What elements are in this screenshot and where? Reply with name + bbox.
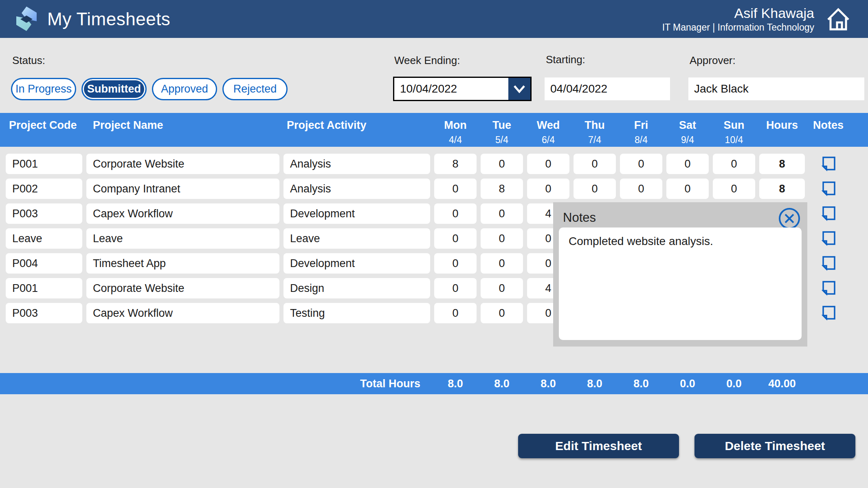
cell-day-hours: 0 bbox=[434, 203, 477, 224]
totals-bar: Total Hours 8.08.08.08.08.00.00.0 40.00 bbox=[0, 373, 868, 394]
cell-day-hours: 0 bbox=[434, 303, 477, 323]
cell-day-hours: 0 bbox=[574, 179, 616, 199]
cell-day-hours: 0 bbox=[434, 179, 477, 199]
cell-project-name: Corporate Website bbox=[86, 154, 279, 174]
cell-day-hours: 0 bbox=[434, 228, 477, 249]
total-day-value: 8.0 bbox=[574, 378, 616, 390]
cell-day-hours: 0 bbox=[574, 154, 616, 174]
home-icon bbox=[825, 28, 852, 34]
cell-total-hours: 8 bbox=[759, 154, 805, 174]
total-day-value: 0.0 bbox=[666, 378, 709, 390]
note-icon bbox=[820, 230, 837, 248]
week-ending-value: 10/04/2022 bbox=[394, 78, 508, 100]
row-notes-button[interactable] bbox=[809, 253, 848, 274]
cell-day-hours: 8 bbox=[434, 154, 477, 174]
column-header-project-name: Project Name bbox=[86, 113, 279, 132]
note-icon bbox=[820, 155, 837, 173]
chevron-down-icon bbox=[508, 78, 530, 100]
note-icon bbox=[820, 180, 837, 198]
day-date: 10/4 bbox=[725, 133, 743, 146]
row-notes-button[interactable] bbox=[809, 228, 848, 249]
user-name: Asif Khawaja bbox=[734, 5, 814, 21]
note-icon bbox=[820, 279, 837, 298]
day-name: Fri bbox=[634, 119, 648, 132]
row-notes-button[interactable] bbox=[809, 278, 848, 298]
column-header-wed: Wed6/4 bbox=[527, 113, 569, 146]
notes-popup-content[interactable]: Completed website analysis. bbox=[559, 227, 802, 340]
cell-project-code: P004 bbox=[6, 253, 82, 274]
cell-day-hours: 0 bbox=[713, 154, 755, 174]
page-title: My Timesheets bbox=[47, 9, 170, 29]
cell-project-code: P001 bbox=[6, 154, 82, 174]
cell-day-hours: 0 bbox=[620, 154, 662, 174]
total-day-value: 8.0 bbox=[481, 378, 523, 390]
row-notes-button[interactable] bbox=[809, 179, 848, 199]
column-header-sun: Sun10/4 bbox=[713, 113, 755, 146]
cell-project-code: P001 bbox=[6, 278, 82, 298]
cell-project-activity: Development bbox=[283, 203, 430, 224]
day-date: 5/4 bbox=[495, 133, 508, 146]
total-hours-label: Total Hours bbox=[283, 378, 430, 390]
table-row: P002Company IntranetAnalysis08000008 bbox=[0, 179, 868, 199]
cell-day-hours: 0 bbox=[527, 179, 569, 199]
starting-label: Starting: bbox=[546, 53, 585, 66]
row-notes-button[interactable] bbox=[809, 303, 848, 323]
column-header-tue: Tue5/4 bbox=[481, 113, 523, 146]
week-ending-label: Week Ending: bbox=[394, 54, 460, 67]
cell-project-code: P003 bbox=[6, 303, 82, 323]
cell-project-name: Timesheet App bbox=[86, 253, 279, 274]
row-notes-button[interactable] bbox=[809, 154, 848, 174]
week-ending-dropdown[interactable]: 10/04/2022 bbox=[393, 77, 532, 101]
cell-project-name: Leave bbox=[86, 228, 279, 249]
total-day-value: 8.0 bbox=[620, 378, 662, 390]
status-pill-approved[interactable]: Approved bbox=[152, 78, 217, 100]
status-pill-submitted[interactable]: Submitted bbox=[81, 78, 147, 100]
notes-popup-close-button[interactable] bbox=[778, 207, 801, 230]
cell-project-activity: Analysis bbox=[283, 179, 430, 199]
cell-project-code: P002 bbox=[6, 179, 82, 199]
home-button[interactable] bbox=[825, 6, 852, 33]
status-pill-rejected[interactable]: Rejected bbox=[222, 78, 288, 100]
column-header-hours: Hours bbox=[759, 113, 805, 132]
app-canvas: My Timesheets Asif Khawaja IT Manager | … bbox=[0, 0, 868, 488]
cell-project-name: Capex Workflow bbox=[86, 303, 279, 323]
total-day-value: 0.0 bbox=[713, 378, 755, 390]
day-name: Tue bbox=[492, 119, 511, 132]
cell-day-hours: 0 bbox=[481, 228, 523, 249]
status-pill-group: In ProgressSubmittedApprovedRejected bbox=[11, 78, 288, 100]
column-header-thu: Thu7/4 bbox=[574, 113, 616, 146]
cell-day-hours: 0 bbox=[713, 179, 755, 199]
cell-project-name: Company Intranet bbox=[86, 179, 279, 199]
day-name: Mon bbox=[444, 119, 466, 132]
cell-day-hours: 0 bbox=[434, 278, 477, 298]
total-hours-value: 40.00 bbox=[759, 378, 805, 390]
user-info: Asif Khawaja IT Manager | Information Te… bbox=[662, 5, 814, 33]
day-date: 6/4 bbox=[542, 133, 555, 146]
cell-day-hours: 0 bbox=[481, 278, 523, 298]
cell-day-hours: 8 bbox=[481, 179, 523, 199]
cell-project-code: P003 bbox=[6, 203, 82, 224]
cell-project-code: Leave bbox=[6, 228, 82, 249]
status-pill-in-progress[interactable]: In Progress bbox=[11, 78, 76, 100]
cell-day-hours: 0 bbox=[481, 154, 523, 174]
cell-total-hours: 8 bbox=[759, 179, 805, 199]
day-name: Sun bbox=[724, 119, 745, 132]
delete-timesheet-button[interactable]: Delete Timesheet bbox=[694, 434, 855, 458]
user-role: IT Manager | Information Technology bbox=[662, 21, 814, 33]
day-date: 9/4 bbox=[681, 133, 694, 146]
column-header-project-activity: Project Activity bbox=[283, 113, 430, 132]
day-date: 7/4 bbox=[588, 133, 601, 146]
cell-project-activity: Design bbox=[283, 278, 430, 298]
starting-date-field[interactable]: 04/04/2022 bbox=[545, 77, 670, 100]
cell-project-activity: Leave bbox=[283, 228, 430, 249]
notes-popup: Notes Completed website analysis. bbox=[553, 202, 807, 347]
row-notes-button[interactable] bbox=[809, 203, 848, 224]
cell-day-hours: 0 bbox=[666, 154, 709, 174]
edit-timesheet-button[interactable]: Edit Timesheet bbox=[518, 434, 679, 458]
column-header-project-code: Project Code bbox=[6, 113, 82, 132]
note-icon bbox=[820, 304, 837, 322]
approver-field[interactable]: Jack Black bbox=[688, 77, 864, 100]
cell-day-hours: 0 bbox=[527, 154, 569, 174]
cell-project-activity: Development bbox=[283, 253, 430, 274]
day-name: Thu bbox=[585, 119, 604, 132]
